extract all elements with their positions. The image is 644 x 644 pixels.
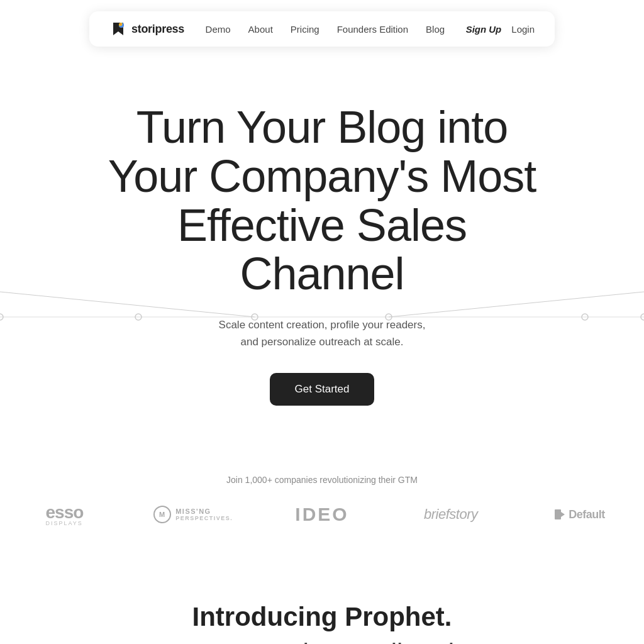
hero-subtitle-line1: Scale content creation, profile your rea…	[219, 319, 426, 331]
default-logo-icon	[554, 509, 565, 520]
logo[interactable]: storipress	[109, 20, 184, 38]
hero-section: Turn Your Blog into Your Company's Most …	[0, 47, 644, 469]
logo-espresso-displays: esso DISPLAYS	[0, 502, 129, 526]
svg-point-5	[0, 314, 3, 320]
prophet-subtitle: Uncover the email and	[13, 638, 631, 644]
logos-section: Join 1,000+ companies revolutionizing th…	[0, 469, 644, 552]
logo-text: storipress	[131, 23, 184, 36]
prophet-section: Introducing Prophet. Uncover the email a…	[0, 552, 644, 644]
hero-subtitle: Scale content creation, profile your rea…	[13, 316, 631, 350]
nav-wrapper: storipress Demo About Pricing Founders E…	[0, 0, 644, 47]
navbar: storipress Demo About Pricing Founders E…	[89, 11, 555, 47]
logo-missing-perspectives: M MISS'NG PERSPECTIVES.	[129, 506, 258, 523]
get-started-button[interactable]: Get Started	[270, 373, 375, 406]
logos-tagline: Join 1,000+ companies revolutionizing th…	[0, 475, 644, 485]
prophet-title: Introducing Prophet.	[13, 602, 631, 632]
nav-link-demo[interactable]: Demo	[206, 24, 231, 35]
nav-link-founders[interactable]: Founders Edition	[337, 24, 408, 35]
svg-point-10	[641, 314, 644, 320]
logo-briefstory: briefstory	[386, 506, 515, 523]
signup-link[interactable]: Sign Up	[466, 24, 502, 35]
logo-default: Default	[515, 508, 644, 521]
hero-content: Turn Your Blog into Your Company's Most …	[13, 103, 631, 443]
logos-row: esso DISPLAYS M MISS'NG PERSPECTIVES. ID…	[0, 502, 644, 526]
nav-link-blog[interactable]: Blog	[426, 24, 445, 35]
login-link[interactable]: Login	[511, 24, 535, 35]
svg-point-1	[119, 23, 124, 28]
logo-ideo: IDEO	[258, 504, 387, 525]
nav-actions: Sign Up Login	[466, 24, 535, 35]
hero-title: Turn Your Blog into Your Company's Most …	[96, 103, 548, 299]
svg-marker-12	[561, 512, 565, 517]
logo-icon	[109, 20, 127, 38]
svg-rect-11	[555, 509, 561, 519]
hero-subtitle-line2: and personalize outreach at scale.	[241, 336, 404, 348]
nav-links: Demo About Pricing Founders Edition Blog	[206, 24, 445, 35]
nav-link-pricing[interactable]: Pricing	[291, 24, 319, 35]
nav-link-about[interactable]: About	[248, 24, 273, 35]
